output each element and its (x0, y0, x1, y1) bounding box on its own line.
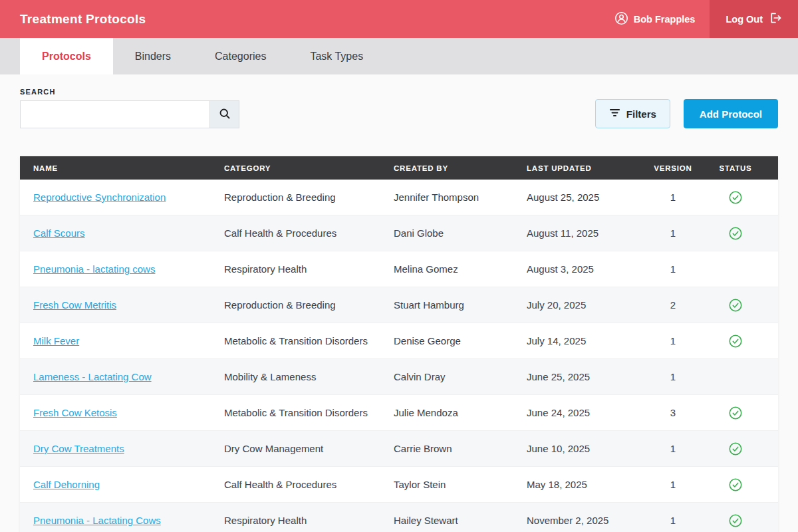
table-row: Pneumonia - lactating cows Respiratory H… (20, 251, 778, 287)
created-by-cell: Julie Mendoza (394, 407, 527, 418)
protocol-link[interactable]: Pneumonia - lactating cows (33, 263, 155, 275)
protocol-link[interactable]: Calf Scours (33, 227, 85, 239)
search-label: SEARCH (20, 88, 239, 96)
table-row: Milk Fever Metabolic & Transition Disord… (20, 323, 778, 359)
tab-label: Binders (135, 51, 171, 63)
protocol-link[interactable]: Milk Fever (33, 335, 79, 346)
last-updated-cell: August 25, 2025 (527, 192, 640, 203)
check-circle-icon (706, 442, 765, 456)
table-row: Reproductive Synchronization Reproductio… (20, 180, 778, 215)
search-input[interactable] (21, 101, 209, 128)
protocol-link[interactable]: Calf Dehorning (33, 479, 100, 490)
filters-label: Filters (626, 108, 656, 120)
last-updated-cell: May 18, 2025 (527, 479, 640, 490)
tab-binders[interactable]: Binders (113, 38, 193, 74)
user-menu[interactable]: Bob Frapples (600, 0, 710, 38)
table-row: Pneumonia - Lactating Cows Respiratory H… (20, 503, 778, 532)
logout-button[interactable]: Log Out (710, 0, 798, 38)
last-updated-cell: November 2, 2025 (527, 515, 640, 526)
table-row: Lameness - Lactating Cow Mobility & Lame… (20, 359, 778, 395)
tab-categories[interactable]: Categories (193, 38, 288, 74)
table-row: Dry Cow Treatments Dry Cow Management Ca… (20, 431, 778, 467)
table-body: Reproductive Synchronization Reproductio… (20, 180, 778, 532)
tab-bar: Protocols Binders Categories Task Types (0, 38, 798, 74)
check-circle-icon (706, 513, 765, 528)
category-cell: Mobility & Lameness (224, 371, 394, 382)
table-row: Calf Scours Calf Health & Procedures Dan… (20, 215, 778, 251)
protocol-link[interactable]: Fresh Cow Metritis (33, 299, 116, 311)
last-updated-cell: June 24, 2025 (527, 407, 640, 418)
search-button[interactable] (209, 101, 239, 128)
column-header: NAME (33, 164, 224, 172)
name-cell: Calf Scours (33, 227, 224, 239)
created-by-cell: Jennifer Thompson (394, 192, 527, 203)
version-cell: 1 (640, 192, 706, 203)
last-updated-cell: June 25, 2025 (527, 371, 640, 382)
status-cell (706, 262, 765, 277)
category-cell: Reproduction & Breeding (224, 299, 394, 311)
name-cell: Pneumonia - Lactating Cows (33, 515, 224, 526)
protocol-link[interactable]: Lameness - Lactating Cow (33, 371, 152, 382)
version-cell: 1 (640, 335, 706, 346)
category-cell: Calf Health & Procedures (224, 227, 394, 239)
category-cell: Dry Cow Management (224, 443, 394, 454)
column-header: CREATED BY (394, 164, 527, 172)
add-protocol-button[interactable]: Add Protocol (684, 99, 778, 128)
logout-icon (769, 12, 782, 26)
last-updated-cell: June 10, 2025 (527, 443, 640, 454)
header-spacer (146, 0, 599, 38)
category-cell: Respiratory Health (224, 263, 394, 275)
check-circle-icon (706, 334, 765, 348)
version-cell: 1 (640, 479, 706, 490)
version-cell: 1 (640, 227, 706, 239)
created-by-cell: Calvin Dray (394, 371, 527, 382)
table-row: Calf Dehorning Calf Health & Procedures … (20, 467, 778, 503)
search-block: SEARCH (20, 88, 239, 128)
name-cell: Pneumonia - lactating cows (33, 263, 224, 275)
filters-button[interactable]: Filters (595, 99, 670, 128)
status-cell (706, 334, 765, 348)
tab-task-types[interactable]: Task Types (288, 38, 385, 74)
status-cell (706, 513, 765, 528)
name-cell: Dry Cow Treatments (33, 443, 224, 454)
version-cell: 1 (640, 263, 706, 275)
status-cell (706, 477, 765, 492)
search-icon (218, 107, 231, 122)
created-by-cell: Taylor Stein (394, 479, 527, 490)
version-cell: 3 (640, 407, 706, 418)
page-title: Treatment Protocols (0, 12, 146, 27)
version-cell: 1 (640, 443, 706, 454)
name-cell: Calf Dehorning (33, 479, 224, 490)
status-cell (706, 406, 765, 420)
check-circle-icon (706, 190, 765, 205)
table-header-row: NAMECATEGORYCREATED BYLAST UPDATEDVERSIO… (20, 156, 778, 180)
created-by-cell: Stuart Hamburg (394, 299, 527, 311)
search-widget (20, 100, 239, 128)
tab-protocols[interactable]: Protocols (20, 38, 113, 74)
version-cell: 1 (640, 371, 706, 382)
status-cell (706, 370, 765, 384)
status-cell (706, 442, 765, 456)
protocol-link[interactable]: Dry Cow Treatments (33, 443, 124, 454)
check-circle-icon (706, 226, 765, 241)
last-updated-cell: July 20, 2025 (527, 299, 640, 311)
created-by-cell: Melina Gomez (394, 263, 527, 275)
protocol-link[interactable]: Fresh Cow Ketosis (33, 407, 117, 418)
category-cell: Respiratory Health (224, 515, 394, 526)
check-circle-icon (706, 406, 765, 420)
tab-label: Task Types (310, 51, 363, 63)
tab-label: Protocols (42, 51, 91, 63)
created-by-cell: Hailey Stewart (394, 515, 527, 526)
protocol-link[interactable]: Reproductive Synchronization (33, 192, 166, 203)
category-cell: Reproduction & Breeding (224, 192, 394, 203)
category-cell: Metabolic & Transition Disorders (224, 407, 394, 418)
column-header: LAST UPDATED (527, 164, 640, 172)
last-updated-cell: July 14, 2025 (527, 335, 640, 346)
column-header: VERSION (640, 164, 706, 172)
check-circle-icon (706, 477, 765, 492)
protocols-table: NAMECATEGORYCREATED BYLAST UPDATEDVERSIO… (20, 156, 778, 532)
last-updated-cell: August 3, 2025 (527, 263, 640, 275)
table-row: Fresh Cow Ketosis Metabolic & Transition… (20, 395, 778, 431)
protocol-link[interactable]: Pneumonia - Lactating Cows (33, 515, 161, 526)
version-cell: 1 (640, 515, 706, 526)
